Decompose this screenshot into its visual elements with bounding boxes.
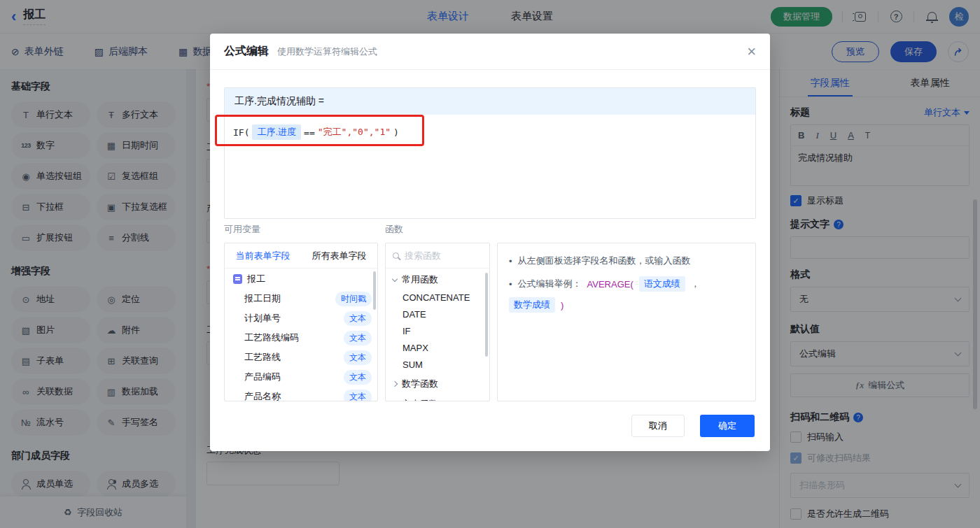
type-tag: 时间戳 [335, 292, 372, 306]
type-tag: 文本 [344, 370, 372, 385]
variable-root[interactable]: 报工 [225, 270, 377, 288]
variable-item[interactable]: 计划单号文本 [225, 309, 377, 327]
scrollbar-thumb[interactable] [373, 271, 376, 310]
type-tag: 文本 [344, 350, 372, 365]
function-group-math[interactable]: 数学函数 [386, 375, 489, 393]
search-icon [393, 252, 399, 259]
tab-all-form-fields[interactable]: 所有表单字段 [301, 243, 377, 268]
variables-label: 可用变量 [224, 223, 260, 236]
formula-editor-box[interactable]: 工序.完成情况辅助 = IF( 工序.进度 =="完工","0","1") [224, 87, 756, 219]
function-group-text[interactable]: 文本函数 [386, 395, 489, 401]
tip-comma: ， [691, 278, 700, 290]
modal-subtitle: 使用数学运算符编辑公式 [277, 45, 377, 58]
tip-example-end: ) [561, 300, 564, 311]
document-icon [233, 274, 242, 284]
confirm-button[interactable]: 确定 [700, 415, 755, 437]
variable-item[interactable]: 产品名称文本 [225, 387, 377, 401]
function-group-common[interactable]: 常用函数 [386, 271, 489, 289]
type-tag: 文本 [344, 390, 372, 402]
example-chip: 语文成绩 [639, 276, 685, 292]
tip-line1: 从左侧面板选择字段名和函数，或输入函数 [518, 255, 691, 267]
cancel-button[interactable]: 取消 [631, 415, 685, 437]
functions-panel: 搜索函数 常用函数 CONCATENATE DATE IF MAPX SUM 数… [385, 243, 490, 401]
formula-edit-modal: 公式编辑 使用数学运算符编辑公式 × 工序.完成情况辅助 = IF( 工序.进度… [210, 34, 770, 451]
variable-item[interactable]: 工艺路线文本 [225, 348, 377, 366]
function-search[interactable]: 搜索函数 [386, 243, 489, 269]
function-item[interactable]: IF [386, 322, 489, 339]
formula-prefix: IF( [233, 127, 249, 138]
formula-field-chip[interactable]: 工序.进度 [252, 124, 301, 140]
chevron-right-icon [392, 381, 398, 387]
example-chip: 数学成绩 [509, 297, 555, 313]
tip-example-fn: AVERAGE( [587, 279, 634, 290]
variable-item[interactable]: 工艺路线编码文本 [225, 329, 377, 347]
type-tag: 文本 [344, 311, 372, 326]
variable-item[interactable]: 报工日期时间戳 [225, 290, 377, 308]
chevron-down-icon [392, 276, 398, 282]
function-item[interactable]: CONCATENATE [386, 289, 489, 306]
formula-strings: "完工","0","1" [318, 126, 391, 138]
formula-expression[interactable]: IF( 工序.进度 =="完工","0","1") [225, 115, 755, 150]
bullet: • [509, 256, 512, 266]
formula-target: 工序.完成情况辅助 = [225, 88, 755, 115]
tab-current-form-fields[interactable]: 当前表单字段 [225, 243, 301, 268]
tip-line2-label: 公式编辑举例： [518, 278, 582, 290]
bullet: • [509, 279, 512, 290]
function-item[interactable]: DATE [386, 306, 489, 322]
variable-item[interactable]: 产品编码文本 [225, 368, 377, 386]
variables-panel: 当前表单字段 所有表单字段 报工 报工日期时间戳 计划单号文本 工艺路线编码文本… [224, 243, 378, 401]
formula-suffix: ) [393, 127, 399, 138]
type-tag: 文本 [344, 331, 372, 345]
function-item[interactable]: MAPX [386, 339, 489, 356]
modal-title: 公式编辑 [224, 44, 269, 59]
formula-operator: == [304, 127, 315, 138]
close-icon[interactable]: × [747, 44, 756, 59]
search-placeholder: 搜索函数 [405, 250, 441, 262]
functions-label: 函数 [385, 223, 403, 236]
tips-panel: • 从左侧面板选择字段名和函数，或输入函数 • 公式编辑举例：AVERAGE( … [497, 243, 756, 401]
scrollbar-thumb[interactable] [485, 273, 488, 357]
function-item[interactable]: SUM [386, 356, 489, 373]
